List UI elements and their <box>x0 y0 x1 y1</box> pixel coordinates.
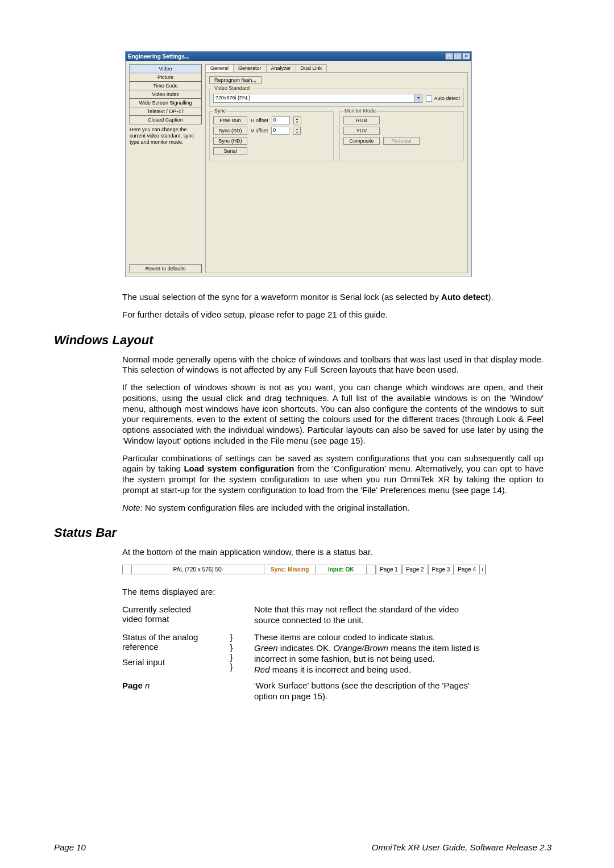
auto-detect-checkbox[interactable] <box>426 95 432 102</box>
item-label-page-bold: Page <box>122 681 145 690</box>
auto-detect-label: Auto detect <box>434 95 460 101</box>
tab-analyzer[interactable]: Analyzer <box>266 64 296 72</box>
windows-layout-heading: Windows Layout <box>54 333 551 348</box>
video-standard-value: 720x576i (PAL) <box>214 94 414 102</box>
video-standard-select[interactable]: 720x576i (PAL) ▾ <box>213 94 422 103</box>
chevron-down-icon[interactable]: ▾ <box>414 94 422 102</box>
sync-freerun-button[interactable]: Free Run <box>213 116 247 124</box>
video-standard-group: Video Standard 720x576i (PAL) ▾ Auto det… <box>209 89 464 107</box>
h-offset-label: H offset <box>251 118 268 123</box>
revert-defaults-button[interactable]: Revert to defaults <box>129 264 202 273</box>
sync-hd-button[interactable]: Sync (HD) <box>213 137 247 145</box>
item-row-page: Page n 'Work Surface' buttons (see the d… <box>122 681 486 702</box>
item-row-format: Currently selected video format Note tha… <box>122 604 486 626</box>
item-label-analog: Status of the analog reference <box>122 632 209 652</box>
video-standard-label: Video Standard <box>213 85 251 91</box>
window-titlebar[interactable]: Engineering Settings... _ □ × <box>126 52 471 61</box>
monitor-mode-group: Monitor Mode RGB YUV Composite Pedestal <box>339 111 464 161</box>
tab-general[interactable]: General <box>205 64 234 72</box>
close-icon[interactable]: × <box>462 53 470 60</box>
status-bar: PAL (720 x 576) 50i Sync: Missing Input:… <box>122 565 486 574</box>
item-row-status-block: Status of the analog reference Serial in… <box>122 632 486 675</box>
item-label-serial: Serial input <box>122 657 209 667</box>
h-offset-stepper[interactable]: ▴▾ <box>293 116 301 124</box>
footer-doc-title: OmniTek XR User Guide, Software Release … <box>372 842 551 852</box>
sidebar-item-video[interactable]: Video <box>129 64 202 73</box>
sb-sync-status: Sync: Missing <box>264 565 316 574</box>
sidebar-item-wss[interactable]: Wide Screen Signalling <box>129 99 202 107</box>
items-intro: The items displayed are: <box>122 587 544 598</box>
status-bar-heading: Status Bar <box>54 525 551 540</box>
v-offset-input[interactable]: 0 <box>271 127 289 135</box>
sb-page-2[interactable]: Page 2 <box>402 565 428 574</box>
body-text-block-1: The usual selection of the sync for a wa… <box>122 292 544 320</box>
maximize-icon[interactable]: □ <box>454 53 462 60</box>
windows-layout-p2: If the selection of windows shown is not… <box>122 382 544 446</box>
sync-group-label: Sync <box>213 108 227 114</box>
note-label: Note: <box>122 503 143 512</box>
sb-page-3[interactable]: Page 3 <box>428 565 454 574</box>
windows-layout-p1: Normal mode generally opens with the cho… <box>122 354 544 376</box>
engineering-settings-window: Engineering Settings... _ □ × Video Pict… <box>125 51 472 277</box>
sb-page-4[interactable]: Page 4 <box>454 565 480 574</box>
note-text: No system configuration files are includ… <box>143 503 409 512</box>
item-label-page-n: n <box>145 681 150 690</box>
v-offset-stepper[interactable]: ▴▾ <box>293 127 301 135</box>
status-intro-text: At the bottom of the main application wi… <box>122 547 544 558</box>
mon-composite-button[interactable]: Composite <box>343 137 380 145</box>
sb-format: PAL (720 x 576) 50i <box>132 565 264 574</box>
sidebar-item-teletext[interactable]: Teletext / OP-47 <box>129 107 202 116</box>
sidebar-item-video-index[interactable]: Video Index <box>129 90 202 99</box>
footer-page-number: Page 10 <box>54 842 86 852</box>
sync-sd-button[interactable]: Sync (SD) <box>213 127 247 135</box>
sb-page-1[interactable]: Page 1 <box>376 565 402 574</box>
sync-group: Sync Free Run H offset 0 ▴▾ Sync (SD) V … <box>209 111 334 161</box>
tab-generator[interactable]: Generator <box>233 64 267 72</box>
mon-rgb-button[interactable]: RGB <box>343 116 380 124</box>
sidebar-hint: Here you can change the current video st… <box>129 124 202 145</box>
sb-overflow-icon[interactable]: i <box>480 565 486 574</box>
reprogram-flash-button[interactable]: Reprogram flash... <box>209 76 262 84</box>
sidebar-nav: Video Picture Time Code Video Index Wide… <box>129 64 202 273</box>
sb-input-status: Input: OK <box>316 565 367 574</box>
monitor-mode-label: Monitor Mode <box>343 108 377 114</box>
sidebar-item-timecode[interactable]: Time Code <box>129 82 202 90</box>
sb-indicator <box>123 565 132 574</box>
sync-serial-button[interactable]: Serial <box>213 147 247 155</box>
tab-duallink[interactable]: Dual Link <box>296 64 327 72</box>
mon-yuv-button[interactable]: YUV <box>343 127 380 135</box>
sidebar-item-cc[interactable]: Closed Caption <box>129 116 202 124</box>
sync-selection-text: The usual selection of the sync for a wa… <box>122 292 441 302</box>
load-config-bold: Load system configuration <box>184 464 294 473</box>
h-offset-input[interactable]: 0 <box>272 116 290 124</box>
item-desc-status: These items are colour coded to indicate… <box>254 632 486 675</box>
item-label-format: Currently selected video format <box>122 604 209 626</box>
sidebar-item-picture[interactable]: Picture <box>129 73 202 82</box>
item-desc-page: 'Work Surface' buttons (see the descript… <box>254 681 486 702</box>
minimize-icon[interactable]: _ <box>445 53 453 60</box>
window-title: Engineering Settings... <box>128 53 189 60</box>
auto-detect-bold: Auto detect <box>441 292 488 302</box>
page-footer: Page 10 OmniTek XR User Guide, Software … <box>54 842 551 852</box>
mon-pedestal-button[interactable]: Pedestal <box>383 137 420 145</box>
v-offset-label: V offset <box>251 128 268 133</box>
item-desc-format: Note that this may not reflect the stand… <box>254 604 486 626</box>
further-details-text: For further details of video setup, plea… <box>122 310 544 320</box>
sb-spacer <box>367 565 376 574</box>
